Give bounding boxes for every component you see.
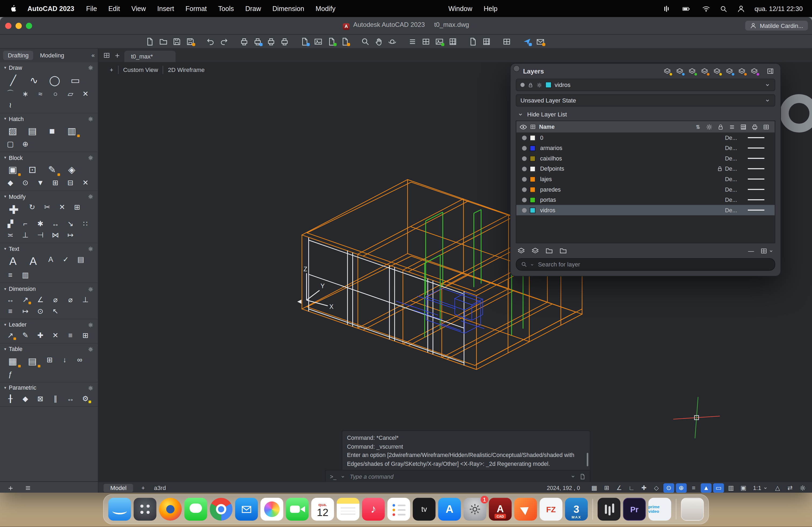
layer-freeze-icon[interactable] xyxy=(688,67,696,75)
new-layer-group-icon[interactable] xyxy=(518,247,525,255)
insert-icon[interactable]: ▣ xyxy=(4,163,21,177)
constraint-settings-icon[interactable]: ⚙ xyxy=(79,393,91,404)
menu-view[interactable]: View xyxy=(126,4,151,12)
layer-on-dot[interactable] xyxy=(522,197,526,202)
linetype-sample[interactable] xyxy=(748,199,765,200)
dock-settings-icon[interactable]: 1 xyxy=(463,498,486,521)
snap-mode-toggle[interactable]: ⊞ xyxy=(601,483,612,493)
lock-column-icon[interactable] xyxy=(714,123,726,130)
dock-max-icon[interactable]: 3MAX xyxy=(565,498,588,521)
xref-icon[interactable] xyxy=(298,36,311,47)
hatch-gradient-icon[interactable]: ▥ xyxy=(63,124,80,138)
plot-icon[interactable] xyxy=(237,36,250,47)
collapse-triangle-icon[interactable]: ▾ xyxy=(4,385,6,390)
layer-color-swatch[interactable] xyxy=(530,156,535,161)
layer-color-swatch[interactable] xyxy=(530,145,535,151)
edit-block-icon[interactable]: ✎ xyxy=(44,163,61,177)
purge-icon[interactable] xyxy=(480,36,493,47)
divide-icon[interactable]: ✕ xyxy=(79,89,91,99)
transparency-toggle[interactable]: ▥ xyxy=(726,483,737,493)
mirror-icon[interactable]: ▞ xyxy=(4,219,16,229)
spline-icon[interactable]: ≀ xyxy=(4,100,16,110)
layer-color-swatch[interactable] xyxy=(530,186,535,192)
menu-window[interactable]: Window xyxy=(443,4,478,12)
dock-reminders-icon[interactable] xyxy=(388,498,410,521)
remove-leader-icon[interactable]: ✕ xyxy=(49,330,61,341)
ortho-toggle[interactable]: ∟ xyxy=(626,483,637,493)
new-drawing-tab-icon[interactable] xyxy=(114,52,120,59)
qnew-icon[interactable] xyxy=(143,36,156,47)
layer-color-swatch[interactable] xyxy=(530,166,535,171)
orbit-icon[interactable] xyxy=(385,36,399,47)
layer-row-armarios[interactable]: armarios De... xyxy=(516,143,775,153)
zoom-button[interactable] xyxy=(26,22,32,29)
layer-search[interactable] xyxy=(516,258,775,270)
dock-calendar-icon[interactable]: qua. 12 xyxy=(311,498,334,521)
selection-toggle[interactable]: ▣ xyxy=(738,483,749,493)
dock-chrome-icon[interactable] xyxy=(210,498,233,521)
zoom-icon[interactable] xyxy=(359,36,372,47)
hide-layer-list-toggle[interactable]: Hide Layer List xyxy=(511,108,781,120)
match-props-icon[interactable] xyxy=(466,36,480,47)
feedback-icon[interactable] xyxy=(533,36,547,47)
layer-lock-icon[interactable] xyxy=(700,67,708,75)
lengthen-icon[interactable]: ↦ xyxy=(64,230,76,240)
point-icon[interactable]: ∗ xyxy=(19,89,31,99)
layer-on-dot[interactable] xyxy=(522,156,526,161)
fix-icon[interactable]: ⊠ xyxy=(34,393,46,404)
layer-state-dropdown[interactable]: Unsaved Layer State xyxy=(516,94,775,107)
circle-icon[interactable]: ◯ xyxy=(46,73,64,88)
grid-column-icon[interactable] xyxy=(737,123,749,130)
tab-modeling[interactable]: Modeling xyxy=(35,51,69,60)
fillet-icon[interactable]: ⌐ xyxy=(19,219,31,229)
tab-drafting[interactable]: Drafting xyxy=(3,51,33,60)
layer-off-icon[interactable] xyxy=(664,67,671,75)
linear-icon[interactable]: ↔ xyxy=(4,295,16,305)
field-icon[interactable]: ▤ xyxy=(75,254,87,265)
data-link-icon[interactable]: ∞ xyxy=(74,355,86,365)
layout-tab-a3rd[interactable]: a3rd xyxy=(154,485,166,491)
columns-icon[interactable]: ▥ xyxy=(19,270,31,281)
battery-icon[interactable] xyxy=(680,4,692,13)
plot-preview-icon[interactable] xyxy=(250,36,264,47)
menu-draw[interactable]: Draw xyxy=(240,4,267,12)
layer-color-swatch[interactable] xyxy=(530,176,535,182)
move-icon[interactable]: ✚ xyxy=(4,202,23,217)
new-layout-button[interactable]: + xyxy=(139,485,148,491)
angular-icon[interactable]: ∠ xyxy=(34,295,46,305)
spotlight-icon[interactable] xyxy=(720,4,728,13)
dock-pin-icon[interactable] xyxy=(514,498,537,521)
layer-color-swatch[interactable] xyxy=(530,207,535,213)
erase-icon[interactable]: ✕ xyxy=(56,202,68,212)
aligned-icon[interactable]: ↗ xyxy=(19,295,31,305)
set-base-icon[interactable]: ⊙ xyxy=(19,178,31,188)
model-tab[interactable]: Model xyxy=(104,484,133,492)
graphics-toggle[interactable]: ⇄ xyxy=(785,483,796,493)
linetype-sample[interactable] xyxy=(748,158,765,159)
array-icon[interactable]: ∷ xyxy=(79,219,91,229)
linetype-sample[interactable] xyxy=(748,148,765,149)
layer-on-dot[interactable] xyxy=(522,177,526,181)
layer-color-swatch[interactable] xyxy=(530,197,535,202)
user-account-chip[interactable]: Matilde Cardin... xyxy=(745,21,808,31)
pan-icon[interactable] xyxy=(372,36,385,47)
gear-icon[interactable] xyxy=(88,384,94,391)
chevron-down-icon[interactable] xyxy=(340,474,345,479)
polyline-icon[interactable]: ∿ xyxy=(25,73,43,88)
layer-row-0[interactable]: 0 De... xyxy=(516,133,775,143)
open-icon[interactable] xyxy=(156,36,170,47)
ordinate-icon[interactable]: ⊥ xyxy=(79,295,91,305)
dock-filezilla-icon[interactable]: FZ xyxy=(540,498,563,521)
arc-icon[interactable]: ⌒ xyxy=(4,89,16,99)
annotation-scale[interactable]: 1:1 xyxy=(753,485,768,491)
ellipse-icon[interactable]: ○ xyxy=(49,89,61,99)
dock-bars-icon[interactable] xyxy=(598,498,621,521)
dwg-compare-icon[interactable] xyxy=(325,36,338,47)
linetype-sample[interactable] xyxy=(748,210,765,211)
clipboard-icon[interactable] xyxy=(579,473,586,480)
list-column-icon[interactable] xyxy=(726,123,737,130)
polygon-icon[interactable]: ▱ xyxy=(64,89,76,99)
align-icon[interactable]: ⊥ xyxy=(19,230,31,240)
menu-insert[interactable]: Insert xyxy=(151,4,180,12)
write-block-icon[interactable]: ▼ xyxy=(34,178,46,188)
